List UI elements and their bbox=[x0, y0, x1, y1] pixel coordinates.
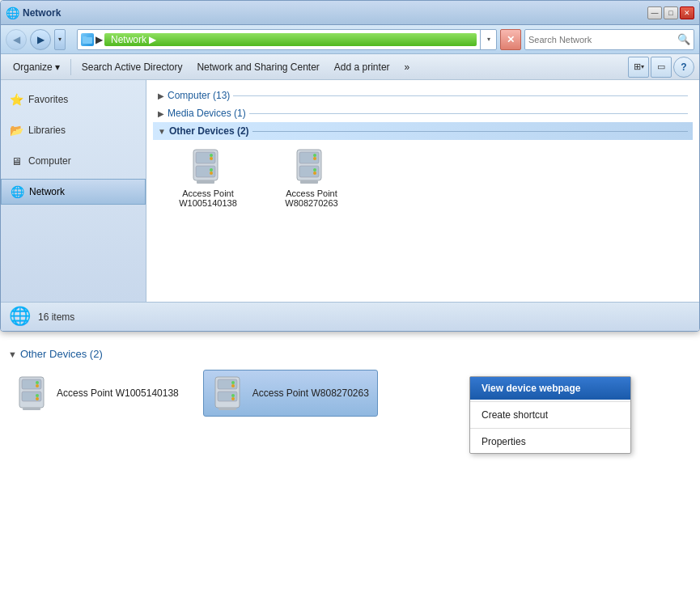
search-box: 🔍 bbox=[524, 29, 694, 50]
address-path: ▶ bbox=[95, 34, 103, 45]
network-sharing-center-button[interactable]: Network and Sharing Center bbox=[189, 56, 326, 78]
lower-ap1-icon bbox=[16, 375, 49, 411]
context-menu-view-webpage[interactable]: View device webpage bbox=[470, 377, 630, 400]
computers-line bbox=[233, 95, 688, 96]
search-active-directory-button[interactable]: Search Active Directory bbox=[74, 56, 190, 78]
explorer-window: 🌐 Network — □ ✕ ◀ ▶ ▾ ▶ Network bbox=[0, 0, 700, 332]
lower-group-label: Other Devices (2) bbox=[20, 348, 103, 360]
nav-dropdown-button[interactable]: ▾ bbox=[54, 29, 66, 50]
ap1-label: Access Point W1005140138 bbox=[163, 188, 253, 208]
toolbar-view-buttons: ⊞ ▾ ▭ ? bbox=[628, 57, 694, 78]
preview-icon: ▭ bbox=[657, 61, 665, 72]
search-active-directory-label: Search Active Directory bbox=[82, 61, 183, 73]
sidebar-item-network[interactable]: 🌐 Network bbox=[1, 179, 146, 205]
main-area: ⭐ Favorites 📂 Libraries 🖥 Computer 🌐 Net… bbox=[1, 80, 699, 302]
preview-button[interactable]: ▭ bbox=[651, 57, 672, 78]
add-printer-label: Add a printer bbox=[334, 61, 390, 73]
svg-point-31 bbox=[231, 394, 235, 397]
other-devices-line bbox=[252, 131, 688, 132]
context-menu: View device webpage Create shortcut Prop… bbox=[469, 376, 631, 454]
file-item-ap2[interactable]: Access Point W808270263 bbox=[263, 143, 360, 211]
file-grid: Access Point W1005140138 bbox=[153, 140, 693, 214]
file-content: ▶ Computer (13) ▶ Media Devices (1) ▼ Ot… bbox=[146, 80, 699, 302]
svg-point-24 bbox=[36, 397, 39, 400]
svg-point-30 bbox=[231, 384, 235, 387]
svg-rect-25 bbox=[23, 408, 40, 410]
libraries-icon: 📂 bbox=[9, 123, 23, 138]
organize-button[interactable]: Organize ▾ bbox=[6, 56, 67, 78]
svg-point-5 bbox=[210, 154, 213, 157]
view-arrow: ▾ bbox=[641, 63, 644, 70]
group-other-devices[interactable]: ▼ Other Devices (2) bbox=[153, 122, 693, 140]
lower-group-header[interactable]: ▼ Other Devices (2) bbox=[8, 348, 692, 360]
file-item-ap1[interactable]: Access Point W1005140138 bbox=[159, 143, 257, 211]
maximize-button[interactable]: □ bbox=[664, 6, 678, 19]
sidebar-item-favorites[interactable]: ⭐ Favorites bbox=[1, 87, 146, 112]
svg-rect-1 bbox=[83, 36, 87, 39]
lower-ap2-icon bbox=[212, 375, 244, 411]
media-label: Media Devices (1) bbox=[168, 108, 246, 119]
sidebar-item-computer-label: Computer bbox=[28, 155, 71, 167]
search-input[interactable] bbox=[528, 35, 674, 44]
network-icon: 🌐 bbox=[10, 184, 24, 199]
ap1-icon bbox=[189, 146, 227, 185]
toolbar-separator-1 bbox=[70, 59, 71, 75]
status-icon: 🌐 bbox=[9, 306, 32, 328]
help-button[interactable]: ? bbox=[673, 57, 694, 78]
address-path-green: Network ▶ bbox=[104, 33, 477, 46]
svg-rect-9 bbox=[197, 180, 214, 184]
status-bar: 🌐 16 items bbox=[1, 302, 699, 331]
back-button[interactable]: ◀ bbox=[6, 29, 27, 50]
address-cancel-button[interactable]: ✕ bbox=[500, 29, 521, 50]
help-icon: ? bbox=[681, 61, 686, 73]
svg-rect-17 bbox=[300, 180, 318, 184]
ap2-label: Access Point W808270263 bbox=[266, 188, 357, 208]
title-bar-left: 🌐 Network bbox=[6, 6, 61, 19]
lower-item-ap1[interactable]: Access Point W1005140138 bbox=[8, 370, 187, 416]
group-computers[interactable]: ▶ Computer (13) bbox=[153, 87, 693, 104]
svg-rect-27 bbox=[218, 379, 237, 389]
media-line bbox=[249, 113, 688, 114]
sidebar-item-computer[interactable]: 🖥 Computer bbox=[1, 148, 146, 174]
group-media[interactable]: ▶ Media Devices (1) bbox=[153, 104, 693, 122]
svg-point-7 bbox=[210, 168, 213, 171]
computer-icon: 🖥 bbox=[9, 154, 23, 168]
search-icon[interactable]: 🔍 bbox=[677, 33, 690, 45]
organize-arrow: ▾ bbox=[55, 61, 60, 73]
nav-bar: ◀ ▶ ▾ ▶ Network ▶ ▾ ✕ 🔍 bbox=[1, 25, 699, 54]
context-menu-separator bbox=[470, 401, 630, 402]
sidebar-item-libraries[interactable]: 📂 Libraries bbox=[1, 117, 146, 143]
lower-ap1-label: Access Point W1005140138 bbox=[57, 387, 179, 399]
view-icon: ⊞ bbox=[634, 61, 641, 72]
svg-point-8 bbox=[210, 171, 213, 175]
minimize-button[interactable]: — bbox=[647, 6, 662, 19]
svg-point-6 bbox=[210, 157, 213, 160]
add-printer-button[interactable]: Add a printer bbox=[327, 56, 397, 78]
sidebar-item-favorites-label: Favorites bbox=[28, 94, 68, 105]
svg-point-23 bbox=[36, 394, 39, 397]
title-bar: 🌐 Network — □ ✕ bbox=[1, 1, 699, 25]
address-bar[interactable]: ▶ Network ▶ ▾ bbox=[77, 29, 497, 50]
address-breadcrumb: ▶ Network ▶ bbox=[78, 33, 480, 46]
address-folder-icon bbox=[81, 33, 94, 46]
forward-button[interactable]: ▶ bbox=[30, 29, 51, 50]
context-menu-create-shortcut[interactable]: Create shortcut bbox=[470, 404, 630, 426]
more-button[interactable]: » bbox=[397, 56, 418, 78]
lower-item-ap2[interactable]: Access Point W808270263 bbox=[203, 370, 378, 417]
sidebar-item-libraries-label: Libraries bbox=[28, 125, 66, 136]
svg-point-29 bbox=[231, 381, 235, 384]
lower-section: ▼ Other Devices (2) Access Point W100514… bbox=[0, 332, 700, 425]
change-view-button[interactable]: ⊞ ▾ bbox=[628, 57, 649, 78]
close-button[interactable]: ✕ bbox=[680, 6, 694, 19]
title-bar-buttons: — □ ✕ bbox=[647, 6, 694, 19]
favorites-icon: ⭐ bbox=[9, 92, 23, 107]
other-devices-label: Other Devices (2) bbox=[169, 125, 249, 137]
svg-point-14 bbox=[313, 157, 316, 160]
svg-rect-19 bbox=[22, 379, 41, 389]
context-menu-properties[interactable]: Properties bbox=[470, 430, 630, 453]
address-dropdown-button[interactable]: ▾ bbox=[480, 29, 496, 50]
window-icon: 🌐 bbox=[6, 6, 19, 19]
svg-point-15 bbox=[313, 168, 316, 171]
status-item-count: 16 items bbox=[38, 311, 74, 323]
svg-point-22 bbox=[36, 384, 39, 387]
